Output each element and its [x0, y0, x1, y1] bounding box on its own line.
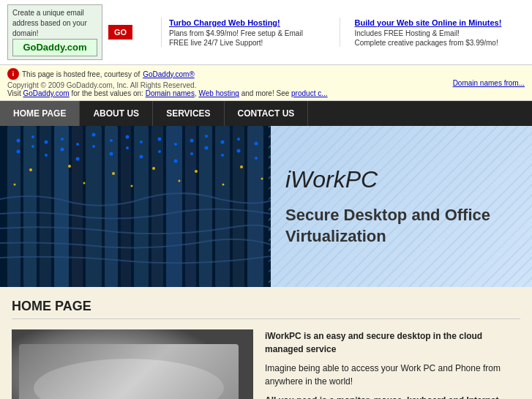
svg-point-47	[255, 142, 258, 146]
svg-point-26	[76, 157, 80, 161]
svg-point-21	[45, 141, 48, 144]
svg-point-65	[61, 357, 79, 375]
build-promo: Build your Web site Online in Minutes! I…	[348, 18, 525, 47]
svg-point-39	[190, 139, 194, 143]
hero-text: iWorkPC Secure Desktop and Office Virtua…	[271, 126, 532, 287]
svg-rect-62	[12, 329, 253, 399]
svg-point-51	[112, 172, 115, 175]
svg-point-20	[31, 145, 34, 148]
svg-point-36	[158, 150, 161, 153]
svg-rect-14	[215, 126, 230, 287]
top-banner: Create a unique email address based on y…	[0, 0, 532, 65]
content-para1: Imagine being able to access your Work P…	[265, 362, 520, 388]
hero-subtitle: Secure Desktop and Office Virtualization	[285, 205, 517, 247]
svg-point-75	[92, 376, 136, 388]
hosting-desc1: Plans from $4.99/mo! Free setup & Email	[169, 29, 332, 37]
svg-point-45	[237, 138, 240, 141]
svg-point-23	[61, 138, 64, 141]
hosted-icon: i	[7, 68, 19, 80]
svg-point-19	[31, 135, 34, 138]
domain-names-right: Domain names from...	[453, 79, 525, 87]
svg-point-59	[222, 184, 225, 186]
godaddy-promo-text: Create a unique email address based on y…	[7, 4, 102, 60]
build-link[interactable]: Build your Web site Online in Minutes!	[355, 18, 502, 27]
main-content: HOME PAGE	[0, 287, 532, 399]
build-desc1: Includes FREE Hosting & Email!	[355, 29, 518, 37]
svg-rect-74	[92, 379, 173, 399]
godaddy-link[interactable]: GoDaddy.com®	[143, 70, 195, 78]
content-row: iWorkPC is an easy and secure desktop in…	[12, 329, 520, 399]
svg-point-32	[126, 146, 129, 149]
svg-point-17	[17, 139, 20, 143]
svg-point-63	[63, 348, 195, 399]
svg-rect-2	[23, 126, 37, 287]
svg-point-18	[17, 150, 20, 154]
svg-point-28	[92, 145, 95, 148]
svg-point-44	[221, 154, 224, 157]
svg-rect-6	[86, 126, 102, 287]
svg-point-42	[205, 146, 209, 150]
svg-point-22	[45, 154, 48, 157]
nav-item-home[interactable]: HOME PAGE	[0, 101, 80, 126]
nav-bar: HOME PAGE ABOUT US SERVICES CONTACT US	[0, 101, 532, 126]
svg-point-64	[81, 359, 169, 399]
hero-title: iWorkPC	[285, 166, 517, 193]
svg-rect-7	[105, 126, 118, 287]
info-bar-left: i This page is hosted free, courtesy of …	[7, 68, 328, 97]
svg-rect-8	[121, 126, 131, 287]
content-image	[12, 329, 253, 399]
hosting-desc2: FREE live 24/7 Live Support!	[169, 39, 332, 47]
domain-names-link[interactable]: Domain names	[146, 89, 195, 97]
svg-point-53	[195, 170, 198, 173]
svg-point-43	[221, 141, 225, 144]
domain-names-right-link[interactable]: Domain names from...	[453, 79, 525, 87]
hosting-promo: Turbo Charged Web Hosting! Plans from $4…	[161, 18, 340, 47]
hero-image	[0, 126, 271, 287]
svg-rect-5	[72, 126, 83, 287]
product-link[interactable]: product c...	[291, 89, 327, 97]
svg-point-52	[152, 167, 155, 170]
svg-point-41	[205, 135, 208, 138]
nav-item-services[interactable]: SERVICES	[153, 101, 224, 126]
content-text: iWorkPC is an easy and secure desktop in…	[265, 329, 520, 399]
svg-point-25	[76, 143, 79, 146]
content-intro: iWorkPC is an easy and secure desktop in…	[265, 329, 520, 356]
svg-point-48	[255, 157, 258, 160]
hosted-text: This page is hosted free, courtesy of	[22, 70, 140, 78]
svg-point-38	[174, 160, 178, 163]
svg-rect-73	[85, 373, 180, 399]
svg-rect-3	[40, 126, 51, 287]
svg-point-29	[110, 139, 113, 142]
svg-point-31	[126, 135, 130, 139]
copyright-text: Copyright © 2009 GoDaddy.com, Inc. All R…	[7, 81, 328, 89]
svg-point-55	[14, 184, 16, 186]
info-bar: i This page is hosted free, courtesy of …	[0, 65, 532, 101]
svg-point-56	[83, 182, 86, 184]
svg-point-57	[131, 185, 133, 187]
web-hosting-link[interactable]: Web hosting	[198, 89, 239, 97]
svg-point-58	[179, 180, 181, 182]
nav-item-about[interactable]: ABOUT US	[80, 101, 153, 126]
build-desc2: Complete creative packages from $3.99/mo…	[355, 39, 518, 47]
svg-point-24	[61, 148, 64, 152]
svg-point-37	[174, 143, 177, 146]
go-button[interactable]: GO	[108, 25, 132, 40]
svg-point-60	[261, 178, 263, 180]
svg-point-40	[190, 152, 193, 155]
hero-section: iWorkPC Secure Desktop and Office Virtua…	[0, 126, 532, 287]
svg-point-27	[92, 133, 96, 137]
svg-point-30	[110, 152, 113, 156]
svg-point-46	[237, 149, 241, 153]
nav-item-contact[interactable]: CONTACT US	[225, 101, 309, 126]
svg-point-50	[68, 165, 71, 168]
svg-point-33	[140, 141, 143, 143]
hosting-link[interactable]: Turbo Charged Web Hosting!	[169, 18, 280, 27]
godaddy-promo-left: Create a unique email address based on y…	[7, 4, 154, 60]
content-para2: All you need is a monitor, mouse, keyboa…	[265, 394, 520, 399]
svg-point-66	[66, 362, 75, 370]
visit-text: Visit GoDaddy.com for the best values on…	[7, 89, 328, 97]
svg-rect-16	[247, 126, 263, 287]
svg-point-54	[240, 165, 243, 168]
godaddy-link2[interactable]: GoDaddy.com	[23, 89, 70, 97]
godaddy-logo: GoDaddy.com	[12, 39, 97, 56]
